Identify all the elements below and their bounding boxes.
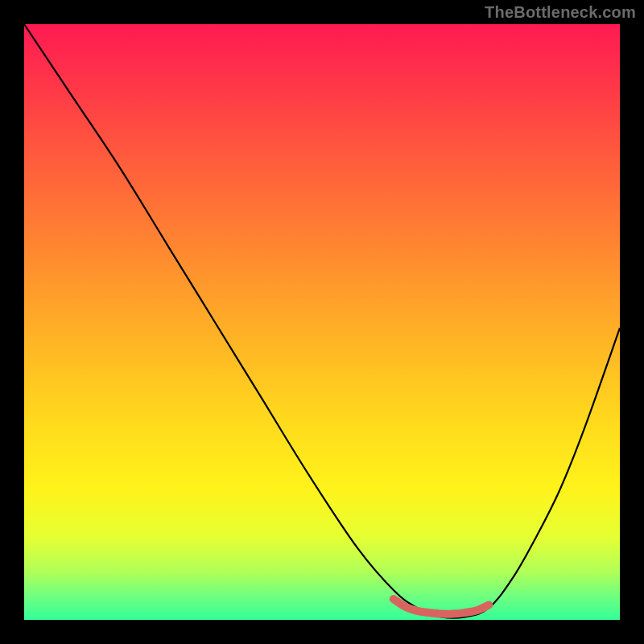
plot-area xyxy=(24,24,620,620)
bottleneck-curve xyxy=(24,24,620,618)
chart-container: TheBottleneck.com xyxy=(0,0,644,644)
chart-svg xyxy=(24,24,620,620)
watermark-text: TheBottleneck.com xyxy=(485,3,636,22)
